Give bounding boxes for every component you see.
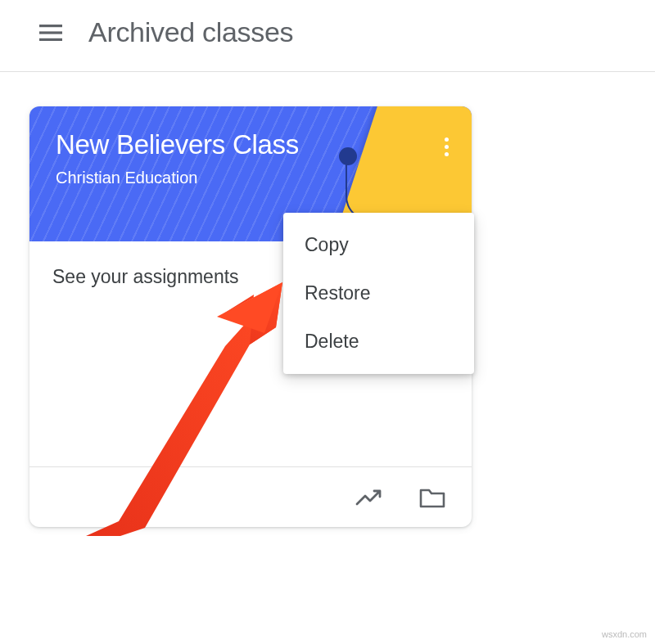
page-title: Archived classes — [88, 16, 293, 48]
svg-rect-1 — [39, 31, 62, 34]
hamburger-icon — [39, 25, 62, 41]
trending-button[interactable] — [349, 481, 390, 514]
menu-item-restore[interactable]: Restore — [283, 269, 474, 317]
class-card-footer — [29, 466, 472, 527]
main-menu-button[interactable] — [33, 18, 69, 47]
assignments-link[interactable]: See your assignments — [52, 266, 239, 287]
class-more-button[interactable] — [438, 131, 455, 163]
banner-text: New Believers Class Christian Education — [56, 129, 445, 187]
dots-icon — [445, 152, 449, 156]
context-menu: Copy Restore Delete — [283, 213, 474, 374]
folder-icon — [419, 487, 445, 508]
dots-icon — [445, 145, 449, 149]
dots-icon — [445, 137, 449, 142]
menu-item-copy[interactable]: Copy — [283, 221, 474, 269]
app-header: Archived classes — [0, 0, 655, 72]
svg-rect-2 — [39, 38, 62, 40]
menu-item-delete[interactable]: Delete — [283, 317, 474, 366]
svg-rect-0 — [39, 25, 62, 27]
class-section: Christian Education — [56, 169, 445, 187]
trending-up-icon — [355, 488, 383, 507]
watermark: wsxdn.com — [602, 629, 647, 639]
class-title[interactable]: New Believers Class — [56, 129, 445, 160]
folder-button[interactable] — [413, 480, 452, 515]
